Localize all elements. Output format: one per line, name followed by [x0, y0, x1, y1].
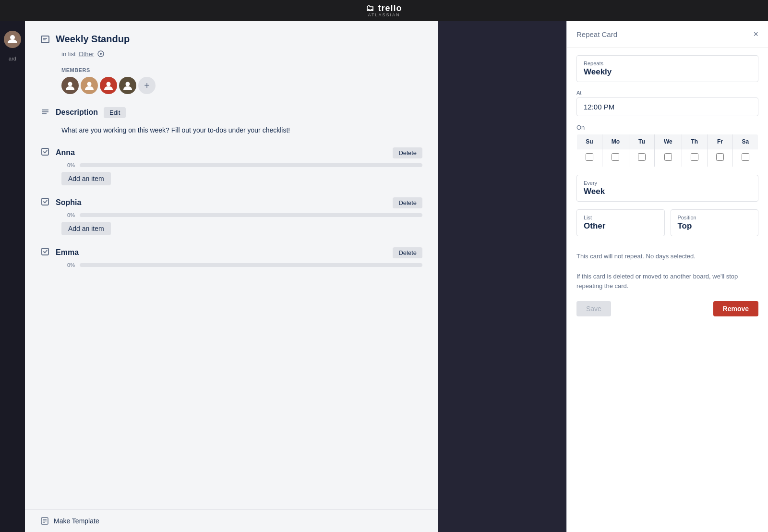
- position-value: Top: [678, 221, 752, 231]
- checkbox-su[interactable]: [586, 153, 593, 161]
- logo-sub: ATLASSIAN: [368, 12, 400, 17]
- day-we: We: [654, 134, 682, 149]
- checklist-icon-anna: [40, 147, 50, 158]
- checklist-emma-progress-label: 0%: [61, 262, 75, 268]
- day-sa: Sa: [732, 134, 758, 149]
- position-label: Position: [678, 215, 752, 220]
- avatar: [4, 31, 21, 48]
- checkbox-tu[interactable]: [638, 153, 646, 161]
- member-avatar-2[interactable]: [81, 77, 98, 94]
- every-field[interactable]: Every Week: [576, 175, 758, 202]
- repeat-panel: Repeat Card × Repeats Weekly At On Su Mo…: [566, 21, 768, 532]
- checkbox-we[interactable]: [664, 153, 672, 161]
- repeat-panel-close-button[interactable]: ×: [753, 30, 758, 38]
- card-title-row: Weekly Standup: [40, 33, 422, 46]
- remove-button[interactable]: Remove: [713, 301, 758, 316]
- sidebar: ard: [0, 21, 25, 532]
- checklist-sophia-title: Sophia: [56, 198, 81, 207]
- member-avatar-1[interactable]: [61, 77, 79, 94]
- checklist-anna-progress-bar: [80, 163, 422, 167]
- description-section: Description Edit What are you working on…: [40, 106, 422, 135]
- list-label: List: [584, 215, 658, 220]
- sidebar-nav-label: ard: [9, 56, 16, 61]
- list-position-row: List Other Position Top: [576, 209, 758, 244]
- checklist-anna: Anna Delete 0% Add an item: [40, 147, 422, 185]
- checklist-icon-emma: [40, 247, 50, 258]
- checklist-sophia-progress-label: 0%: [61, 212, 75, 218]
- checklist-icon-sophia: [40, 197, 50, 208]
- make-template-bar: Make Template: [25, 509, 438, 532]
- app-logo: 🗂 trello ATLASSIAN: [366, 4, 402, 17]
- checklists-container: Anna Delete 0% Add an item: [40, 147, 422, 268]
- day-su: Su: [577, 134, 602, 149]
- days-table: Su Mo Tu We Th Fr Sa: [576, 134, 758, 167]
- repeat-panel-body: Repeats Weekly At On Su Mo Tu We Th Fr: [567, 48, 768, 324]
- checklist-emma: Emma Delete 0%: [40, 247, 422, 268]
- on-section: On Su Mo Tu We Th Fr Sa: [576, 124, 758, 167]
- checklist-emma-delete-button[interactable]: Delete: [393, 247, 422, 258]
- every-label: Every: [584, 180, 751, 186]
- svg-rect-15: [42, 248, 48, 255]
- day-mo: Mo: [602, 134, 629, 149]
- info-text: This card will not repeat. No days selec…: [576, 252, 758, 291]
- template-icon: [40, 517, 49, 525]
- checklist-emma-progress-bar: [80, 263, 422, 267]
- description-heading: Description: [56, 108, 98, 117]
- checklist-sophia-progress-bar: [80, 213, 422, 217]
- top-bar: 🗂 trello ATLASSIAN: [0, 0, 768, 21]
- description-edit-button[interactable]: Edit: [104, 107, 126, 118]
- checklist-anna-add-item-button[interactable]: Add an item: [61, 172, 111, 185]
- make-template-label[interactable]: Make Template: [54, 517, 99, 525]
- svg-rect-14: [42, 198, 48, 205]
- info-text-1: This card will not repeat. No days selec…: [576, 252, 758, 262]
- day-tu: Tu: [629, 134, 654, 149]
- card-modal: Weekly Standup in list Other MEMBERS: [25, 21, 438, 532]
- position-field[interactable]: Position Top: [671, 209, 759, 236]
- member-avatars: +: [61, 77, 422, 94]
- card-list-info: in list Other: [40, 50, 422, 58]
- checklist-anna-progress-label: 0%: [61, 162, 75, 168]
- at-section: At: [576, 90, 758, 124]
- add-member-button[interactable]: +: [138, 77, 156, 94]
- member-avatar-4[interactable]: [119, 77, 136, 94]
- checklist-emma-title: Emma: [56, 248, 79, 257]
- checklist-sophia-delete-button[interactable]: Delete: [393, 197, 422, 208]
- info-text-2: If this card is deleted or moved to anot…: [576, 272, 758, 292]
- card-title: Weekly Standup: [56, 33, 130, 45]
- list-field[interactable]: List Other: [576, 209, 665, 236]
- day-fr: Fr: [707, 134, 732, 149]
- checkbox-fr[interactable]: [716, 153, 724, 161]
- members-section: MEMBERS +: [40, 67, 422, 94]
- watch-icon: [97, 50, 105, 58]
- member-avatar-3[interactable]: [100, 77, 117, 94]
- checklist-anna-title: Anna: [56, 148, 75, 157]
- checklist-anna-delete-button[interactable]: Delete: [393, 147, 422, 158]
- repeats-value: Weekly: [584, 67, 751, 77]
- checkbox-th[interactable]: [691, 153, 698, 161]
- checkbox-sa[interactable]: [742, 153, 749, 161]
- list-prefix: in list: [61, 50, 76, 58]
- description-text: What are you working on this week? Fill …: [40, 125, 422, 135]
- logo-text: 🗂 trello: [366, 4, 402, 12]
- svg-point-0: [10, 35, 15, 40]
- at-label: At: [576, 90, 758, 96]
- svg-point-5: [100, 53, 102, 55]
- svg-rect-13: [42, 148, 48, 155]
- on-label: On: [576, 124, 758, 131]
- repeats-label: Repeats: [584, 60, 751, 66]
- svg-point-7: [87, 82, 92, 86]
- list-value: Other: [584, 221, 658, 231]
- at-input[interactable]: [576, 97, 758, 116]
- checklist-sophia: Sophia Delete 0% Add an item: [40, 197, 422, 235]
- day-th: Th: [682, 134, 707, 149]
- checklist-sophia-add-item-button[interactable]: Add an item: [61, 222, 111, 235]
- members-label: MEMBERS: [61, 67, 422, 73]
- repeat-panel-title: Repeat Card: [576, 30, 617, 38]
- panel-actions: Save Remove: [576, 301, 758, 316]
- repeats-field[interactable]: Repeats Weekly: [576, 55, 758, 82]
- list-link[interactable]: Other: [79, 50, 95, 58]
- checkbox-mo[interactable]: [612, 153, 619, 161]
- svg-point-9: [126, 82, 130, 86]
- svg-rect-1: [41, 36, 49, 43]
- save-button[interactable]: Save: [576, 301, 611, 316]
